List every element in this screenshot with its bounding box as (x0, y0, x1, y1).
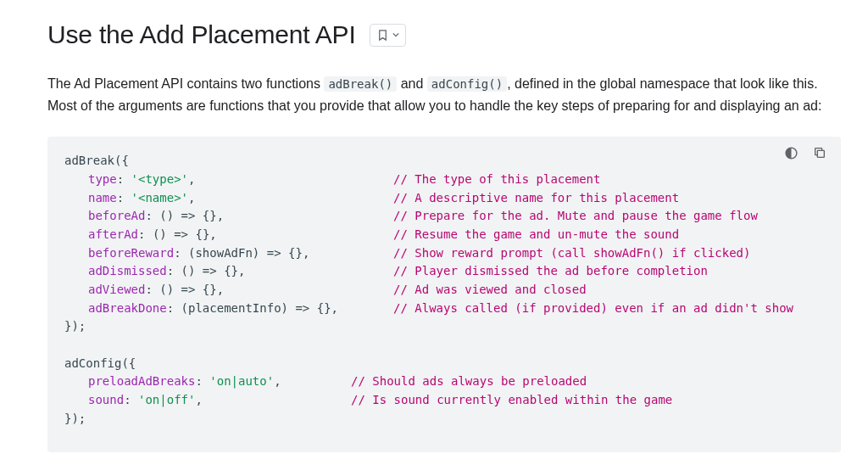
code-line: preloadAdBreaks: 'on|auto',// Should ads… (64, 373, 824, 391)
inline-code: adConfig() (427, 76, 507, 92)
caret-down-icon (392, 31, 399, 38)
code-line: adBreak({ (64, 152, 824, 171)
intro-paragraph: The Ad Placement API contains two functi… (47, 73, 841, 116)
code-line: type: '<type>',// The type of this place… (64, 171, 824, 189)
code-line: name: '<name>',// A descriptive name for… (64, 189, 824, 208)
copy-icon (813, 146, 826, 160)
intro-text: The Ad Placement API contains two functi… (47, 76, 324, 91)
intro-text: and (397, 76, 427, 91)
inline-code: adBreak() (324, 76, 397, 92)
copy-button[interactable] (810, 143, 829, 162)
code-line: adConfig({ (64, 355, 824, 373)
code-tools (782, 143, 829, 162)
code-line: }); (64, 410, 824, 429)
code-line: adDismissed: () => {},// Player dismisse… (64, 262, 824, 281)
bookmark-button[interactable] (370, 24, 406, 47)
title-row: Use the Add Placement API (47, 20, 841, 49)
code-line: adViewed: () => {},// Ad was viewed and … (64, 281, 824, 300)
code-line: }); (64, 317, 824, 336)
page-title: Use the Add Placement API (47, 20, 356, 49)
code-line: beforeReward: (showAdFn) => {},// Show r… (64, 244, 824, 263)
code-line: beforeAd: () => {},// Prepare for the ad… (64, 207, 824, 226)
bookmark-icon (376, 29, 389, 42)
code-line: sound: 'on|off',// Is sound currently en… (64, 391, 824, 410)
code-line: afterAd: () => {},// Resume the game and… (64, 226, 824, 244)
svg-rect-0 (817, 151, 824, 158)
code-block: adBreak({ type: '<type>',// The type of … (47, 137, 841, 451)
contrast-icon (784, 146, 798, 160)
theme-toggle-button[interactable] (782, 143, 800, 162)
code-line: adBreakDone: (placementInfo) => {},// Al… (64, 300, 824, 318)
code-line (64, 336, 824, 355)
